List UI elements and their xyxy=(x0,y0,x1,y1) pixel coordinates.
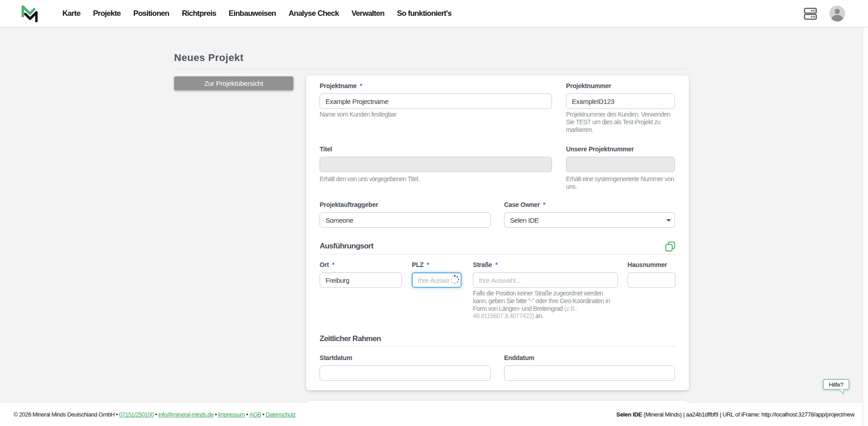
field-unsere-projektnummer: Unsere Projektnummer Erhält eine systemg… xyxy=(566,145,675,191)
required-asterisk: * xyxy=(332,261,334,268)
logo-icon xyxy=(21,5,38,22)
projektname-helper: Name vom Kunden festlegbar xyxy=(320,111,552,118)
titel-label: Titel xyxy=(320,145,552,154)
field-startdatum: Startdatum xyxy=(320,354,491,381)
strasse-helper-main: Falls die Position keiner Straße zugeord… xyxy=(473,290,610,312)
nav-item-karte[interactable]: Karte xyxy=(62,9,80,18)
copy-location-button[interactable] xyxy=(665,241,675,252)
field-ort: Ort* xyxy=(320,261,402,288)
required-asterisk: * xyxy=(495,261,497,268)
projektauftraggeber-label-text: Projektauftraggeber xyxy=(320,201,378,208)
navbar: Karte Projekte Positionen Richtpreis Ein… xyxy=(0,0,868,27)
server-status-button[interactable] xyxy=(803,7,817,21)
footer-separator: • xyxy=(155,411,157,418)
field-plz: PLZ* xyxy=(412,261,462,288)
ort-label: Ort* xyxy=(320,261,402,269)
strasse-label: Straße* xyxy=(473,261,618,269)
plz-input[interactable] xyxy=(412,272,462,288)
new-project-form-card: Projektname* Name vom Kunden festlegbar … xyxy=(306,75,689,390)
footer-link-impressum[interactable]: Impressum xyxy=(218,411,245,418)
main-content: Neues Projekt Zur Projektübersicht Proje… xyxy=(0,0,868,403)
plz-label-text: PLZ xyxy=(412,261,424,268)
case-owner-select[interactable]: Selen IDE xyxy=(504,212,675,228)
scrollbar-track[interactable] xyxy=(863,28,868,426)
unsere-projektnummer-label-text: Unsere Projektnummer xyxy=(566,145,634,153)
footer-link-datenschutz[interactable]: Datenschutz xyxy=(265,411,295,418)
footer-copyright: © 2026 Mineral Minds Deutschland GmbH xyxy=(14,411,114,418)
nav-item-positionen[interactable]: Positionen xyxy=(133,9,169,18)
required-asterisk: * xyxy=(360,82,362,89)
footer-link-agb[interactable]: AGB xyxy=(250,411,261,418)
footer-left: © 2026 Mineral Minds Deutschland GmbH•07… xyxy=(14,411,296,418)
mineral-minds-logo[interactable] xyxy=(21,5,38,22)
footer-separator: • xyxy=(215,411,217,418)
titel-label-text: Titel xyxy=(320,145,332,153)
user-avatar-icon xyxy=(829,5,845,22)
titel-input xyxy=(320,157,552,172)
footer-link-email[interactable]: info@mineral-minds.de xyxy=(158,411,213,418)
footer-session-details: (Mineral Minds) | aa24b1dffbf9 | URL of … xyxy=(642,411,854,418)
nav-item-analyse-check[interactable]: Analyse Check xyxy=(288,9,339,18)
footer: © 2026 Mineral Minds Deutschland GmbH•07… xyxy=(0,403,868,426)
copy-icon xyxy=(665,241,675,252)
nav-item-einbauweisen[interactable]: Einbauweisen xyxy=(229,9,276,18)
projektname-input[interactable] xyxy=(320,94,552,109)
navbar-right xyxy=(803,0,845,27)
field-enddatum: Enddatum xyxy=(504,354,675,381)
projektnummer-label-text: Projektnummer xyxy=(566,82,611,89)
startdatum-input[interactable] xyxy=(320,365,491,381)
strasse-helper-suffix: an. xyxy=(534,312,543,319)
dns-server-icon xyxy=(803,7,817,21)
help-bubble-tail xyxy=(839,389,844,394)
projektnummer-input[interactable] xyxy=(566,94,675,109)
required-asterisk: * xyxy=(543,201,545,208)
nav-item-verwalten[interactable]: Verwalten xyxy=(351,9,384,18)
enddatum-label-text: Enddatum xyxy=(504,354,534,361)
plz-label: PLZ* xyxy=(412,261,462,269)
required-asterisk: * xyxy=(427,261,429,268)
hausnummer-input[interactable] xyxy=(627,272,675,288)
case-owner-label: Case Owner* xyxy=(504,201,675,209)
projektauftraggeber-input[interactable] xyxy=(320,212,491,228)
back-to-project-overview-button[interactable]: Zur Projektübersicht xyxy=(174,76,293,90)
main-nav: Karte Projekte Positionen Richtpreis Ein… xyxy=(62,0,464,27)
footer-link-phone[interactable]: 07151/250100 xyxy=(119,411,154,418)
footer-separator: • xyxy=(116,411,118,418)
unsere-projektnummer-label: Unsere Projektnummer xyxy=(566,145,675,154)
hausnummer-label-text: Hausnummer xyxy=(627,261,667,268)
enddatum-input[interactable] xyxy=(504,365,675,381)
footer-separator: • xyxy=(246,411,248,418)
enddatum-label: Enddatum xyxy=(504,354,675,362)
ort-input[interactable] xyxy=(320,272,402,288)
field-projektname: Projektname* Name vom Kunden festlegbar xyxy=(320,82,552,118)
zeitlicher-rahmen-divider xyxy=(320,346,675,346)
user-avatar-button[interactable] xyxy=(829,5,845,22)
footer-user-name: Selen IDE xyxy=(616,411,642,418)
title-divider xyxy=(174,69,687,69)
projektname-label: Projektname* xyxy=(320,82,552,90)
ausfuehrungsort-divider xyxy=(320,254,675,254)
nav-item-projekte[interactable]: Projekte xyxy=(93,9,121,18)
field-case-owner: Case Owner* Selen IDE xyxy=(504,201,675,228)
strasse-input[interactable] xyxy=(473,272,618,288)
projektname-label-text: Projektname xyxy=(320,82,357,89)
footer-session-info: Selen IDE (Mineral Minds) | aa24b1dffbf9… xyxy=(616,411,854,418)
field-titel: Titel Erhält den von uns vorgegebenen Ti… xyxy=(320,145,552,183)
case-owner-value: Selen IDE xyxy=(510,216,539,224)
nav-item-so-funktionierts[interactable]: So funktioniert's xyxy=(397,9,452,18)
nav-item-richtpreis[interactable]: Richtpreis xyxy=(182,9,216,18)
footer-separator: • xyxy=(262,411,264,418)
field-projektnummer: Projektnummer Projektnummer des Kunden. … xyxy=(566,82,675,133)
help-button-label: Hilfe? xyxy=(829,381,843,388)
field-projektauftraggeber: Projektauftraggeber xyxy=(320,201,491,228)
unsere-projektnummer-input xyxy=(566,157,675,172)
startdatum-label-text: Startdatum xyxy=(320,354,352,361)
field-strasse: Straße* Falls die Position keiner Straße… xyxy=(473,261,618,320)
unsere-projektnummer-helper: Erhält eine systemgenerierte Nummer von … xyxy=(566,175,675,191)
case-owner-label-text: Case Owner xyxy=(504,201,540,208)
help-button[interactable]: Hilfe? xyxy=(823,379,849,390)
startdatum-label: Startdatum xyxy=(320,354,491,362)
strasse-helper: Falls die Position keiner Straße zugeord… xyxy=(473,290,618,320)
chevron-down-icon xyxy=(666,219,671,222)
projektnummer-helper: Projektnummer des Kunden. Verwenden Sie … xyxy=(566,111,675,133)
